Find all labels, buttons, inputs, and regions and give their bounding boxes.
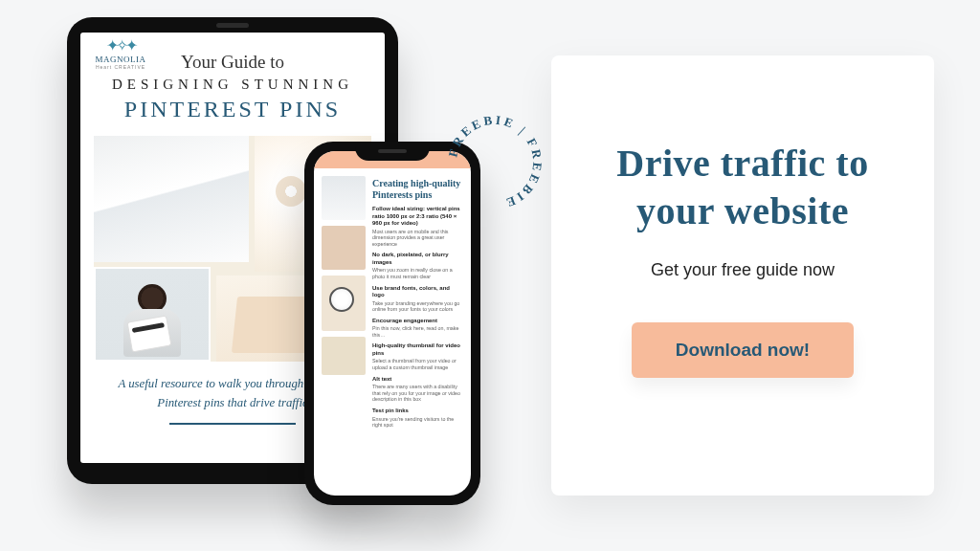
phone-tip-body: Select a thumbnail from your video or up… [372, 358, 463, 370]
cta-subheading: Get your free guide now [651, 260, 835, 280]
phone-thumbnails [322, 176, 366, 496]
guide-title-line1: DESIGNING STUNNING [112, 77, 353, 93]
brand-name: MAGNOLIA [94, 55, 147, 64]
brand-tagline: Heart CREATIVE [94, 64, 147, 70]
phone-tip-title: Encourage engagement [372, 318, 463, 325]
cta-card: Drive traffic to your website Get your f… [551, 55, 934, 496]
phone-notch [355, 142, 430, 161]
phone-tip-title: Use brand fonts, colors, and logo [372, 285, 463, 299]
guide-pretitle: Your Guide to [181, 52, 284, 73]
collage-portrait [94, 267, 211, 362]
freebie-badge: FREEBIE | FREEBIE [445, 113, 545, 212]
guide-title-line2: PINTEREST PINS [124, 97, 341, 122]
phone-tip-body: Most users are on mobile and this dimens… [372, 229, 463, 248]
person-icon [123, 284, 181, 355]
leaf-icon: ✦✧✦ [94, 42, 147, 52]
phone-tip-title: Test pin links [372, 408, 463, 415]
phone-tip-title: High-quality thumbnail for video pins [372, 342, 463, 357]
divider-rule [169, 423, 296, 425]
download-button[interactable]: Download now! [632, 322, 854, 378]
phone-tip-body: When you zoom in really close on a photo… [372, 267, 463, 279]
phone-tip-title: Alt text [372, 376, 463, 384]
phone-tip-body: There are many users with a disability t… [372, 384, 463, 403]
phone-tip-body: Ensure you're sending visitors to the ri… [372, 416, 463, 429]
phone-article: Creating high-quality Pinterests pins Fo… [372, 176, 463, 496]
phone-tip-body: Pin this now, click here, read on, make … [372, 325, 463, 338]
phone-tip-title: No dark, pixelated, or blurry images [372, 252, 463, 266]
freebie-badge-text: FREEBIE | FREEBIE [445, 113, 545, 211]
collage-laptop [94, 136, 249, 262]
brand-logo: ✦✧✦ MAGNOLIA Heart CREATIVE [94, 42, 147, 70]
cta-heading: Drive traffic to your website [584, 140, 902, 235]
phone-tip-body: Take your branding everywhere you go onl… [372, 300, 463, 313]
device-mockups: ✦✧✦ MAGNOLIA Heart CREATIVE Your Guide t… [67, 17, 526, 534]
